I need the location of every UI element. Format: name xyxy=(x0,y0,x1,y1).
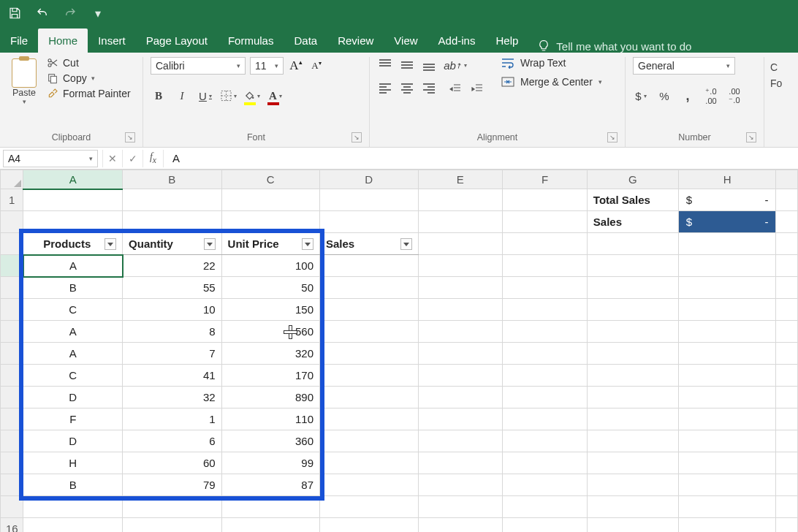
cell-D12[interactable] xyxy=(320,430,419,452)
row-header-4[interactable] xyxy=(1,255,23,277)
number-launcher-icon[interactable]: ↘ xyxy=(746,132,756,142)
cell-E12[interactable] xyxy=(418,430,503,452)
cell-F3[interactable] xyxy=(503,233,588,255)
col-header-H[interactable]: H xyxy=(678,170,776,189)
align-top-icon[interactable] xyxy=(377,57,393,73)
cell-D5[interactable] xyxy=(320,277,419,299)
cell-A8[interactable]: A xyxy=(23,343,123,365)
cell-cut-8[interactable] xyxy=(776,343,798,365)
tab-review[interactable]: Review xyxy=(327,28,384,53)
cell-A15[interactable] xyxy=(23,496,123,518)
cell-A1[interactable] xyxy=(23,189,123,211)
cell-A9[interactable]: C xyxy=(23,365,123,387)
cell-cut-12[interactable] xyxy=(776,430,798,452)
row-header-11[interactable] xyxy=(1,408,23,430)
cell-F8[interactable] xyxy=(503,343,588,365)
row-header-13[interactable] xyxy=(1,452,23,474)
cell-C12[interactable]: 360 xyxy=(221,430,319,452)
cell-C1[interactable] xyxy=(221,189,319,211)
redo-icon[interactable] xyxy=(63,6,77,20)
row-header-15[interactable] xyxy=(1,496,23,518)
cell-H16[interactable] xyxy=(678,518,776,533)
font-size-combo[interactable]: 11▾ xyxy=(250,57,284,75)
cell-E5[interactable] xyxy=(418,277,503,299)
cell-B14[interactable]: 79 xyxy=(123,474,221,496)
copy-button[interactable]: Copy ▾ xyxy=(47,72,131,84)
cell-D14[interactable] xyxy=(320,474,419,496)
cell-F11[interactable] xyxy=(503,408,588,430)
row-header-6[interactable] xyxy=(1,299,23,321)
cell-H12[interactable] xyxy=(678,430,776,452)
cell-H8[interactable] xyxy=(678,343,776,365)
filter-icon[interactable] xyxy=(204,238,216,250)
cell-H11[interactable] xyxy=(678,408,776,430)
cell-H2[interactable]: $- xyxy=(678,211,776,233)
paste-button[interactable]: Paste ▾ xyxy=(7,57,41,105)
format-painter-button[interactable]: Format Painter xyxy=(47,88,131,99)
row-header-14[interactable] xyxy=(1,474,23,496)
cell-cut-3[interactable] xyxy=(776,233,798,255)
cell-A10[interactable]: D xyxy=(23,387,123,408)
cell-E9[interactable] xyxy=(418,365,503,387)
tab-file[interactable]: File xyxy=(0,28,38,53)
cell-A2[interactable] xyxy=(23,211,123,233)
tab-formulas[interactable]: Formulas xyxy=(218,28,284,53)
row-header-12[interactable] xyxy=(1,430,23,452)
align-right-icon[interactable] xyxy=(421,80,437,96)
cell-B2[interactable] xyxy=(123,211,221,233)
cell-E8[interactable] xyxy=(418,343,503,365)
cell-B6[interactable]: 10 xyxy=(123,299,221,321)
font-launcher-icon[interactable]: ↘ xyxy=(352,132,362,142)
cell-C4[interactable]: 100 xyxy=(221,255,319,277)
cell-F9[interactable] xyxy=(503,365,588,387)
comma-format-button[interactable]: , xyxy=(680,88,696,104)
row-header-10[interactable] xyxy=(1,387,23,408)
cell-G1[interactable]: Total Sales xyxy=(587,189,678,211)
tab-view[interactable]: View xyxy=(384,28,428,53)
undo-icon[interactable] xyxy=(35,6,50,20)
cell-F14[interactable] xyxy=(503,474,588,496)
cell-cut-15[interactable] xyxy=(776,496,798,518)
qat-customize-icon[interactable]: ▾ xyxy=(91,6,105,20)
cell-D11[interactable] xyxy=(320,408,419,430)
cell-C6[interactable]: 150 xyxy=(221,299,319,321)
formula-cancel-icon[interactable]: ✕ xyxy=(102,150,123,167)
cell-D1[interactable] xyxy=(320,189,419,211)
increase-indent-icon[interactable] xyxy=(469,80,485,96)
cell-G10[interactable] xyxy=(587,387,678,408)
cell-C13[interactable]: 99 xyxy=(221,452,319,474)
cell-F6[interactable] xyxy=(503,299,588,321)
cell-cut-14[interactable] xyxy=(776,474,798,496)
font-name-combo[interactable]: Calibri▾ xyxy=(151,57,246,75)
cell-G4[interactable] xyxy=(587,255,678,277)
cell-E10[interactable] xyxy=(418,387,503,408)
align-bottom-icon[interactable] xyxy=(421,57,437,73)
col-header-C[interactable]: C xyxy=(221,170,319,189)
cell-E4[interactable] xyxy=(418,255,503,277)
cell-H7[interactable] xyxy=(678,321,776,343)
tab-data[interactable]: Data xyxy=(284,28,327,53)
row-header-3[interactable] xyxy=(1,233,23,255)
cell-D16[interactable] xyxy=(320,518,419,533)
cell-G14[interactable] xyxy=(587,474,678,496)
cell-H10[interactable] xyxy=(678,387,776,408)
worksheet-grid[interactable]: ABCDEFGH1Total Sales$-Sales$-ProductsQua… xyxy=(0,170,798,532)
wrap-text-button[interactable]: Wrap Text xyxy=(501,57,602,69)
cell-cut-7[interactable] xyxy=(776,321,798,343)
accounting-format-button[interactable]: $▾ xyxy=(633,88,649,104)
increase-font-icon[interactable]: A▴ xyxy=(288,58,304,74)
cell-B13[interactable]: 60 xyxy=(123,452,221,474)
increase-decimal-icon[interactable]: ⁺.0.00 xyxy=(703,88,719,104)
cell-F7[interactable] xyxy=(503,321,588,343)
cell-E11[interactable] xyxy=(418,408,503,430)
cell-cut-6[interactable] xyxy=(776,299,798,321)
cell-E2[interactable] xyxy=(418,211,503,233)
col-header-F[interactable]: F xyxy=(503,170,588,189)
cell-H13[interactable] xyxy=(678,452,776,474)
cell-F12[interactable] xyxy=(503,430,588,452)
col-header-E[interactable]: E xyxy=(418,170,503,189)
cell-H5[interactable] xyxy=(678,277,776,299)
filter-icon[interactable] xyxy=(302,238,314,250)
cell-F5[interactable] xyxy=(503,277,588,299)
cell-D10[interactable] xyxy=(320,387,419,408)
